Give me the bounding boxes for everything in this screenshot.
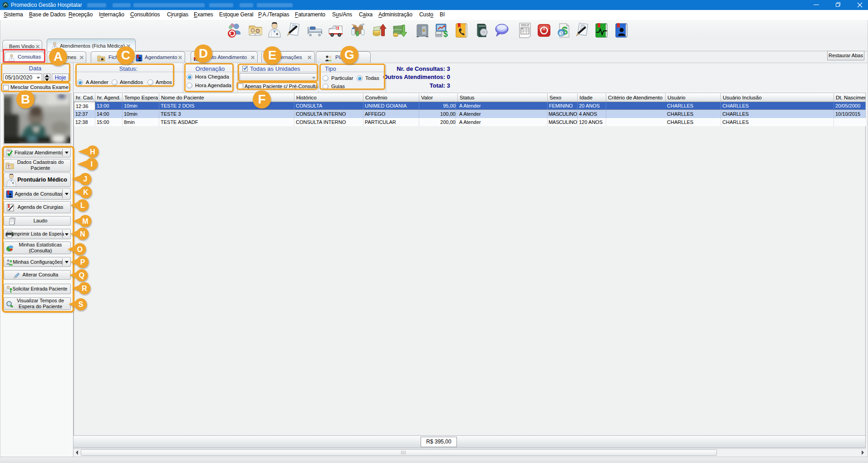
svg-text:I: I: [91, 160, 93, 168]
svg-text:$: $: [443, 30, 448, 39]
svg-text:H: H: [90, 148, 95, 156]
svg-text:K: K: [83, 188, 88, 196]
svg-text:L: L: [80, 202, 85, 209]
svg-text:S: S: [78, 300, 83, 308]
svg-text:J: J: [83, 175, 88, 183]
svg-text:R: R: [82, 285, 87, 292]
svg-text:M: M: [82, 217, 88, 225]
svg-text:N: N: [80, 230, 85, 238]
svg-text:e: e: [559, 29, 563, 37]
svg-text:O: O: [77, 246, 83, 253]
svg-text:P: P: [80, 258, 85, 266]
svg-text:Q: Q: [79, 271, 84, 279]
